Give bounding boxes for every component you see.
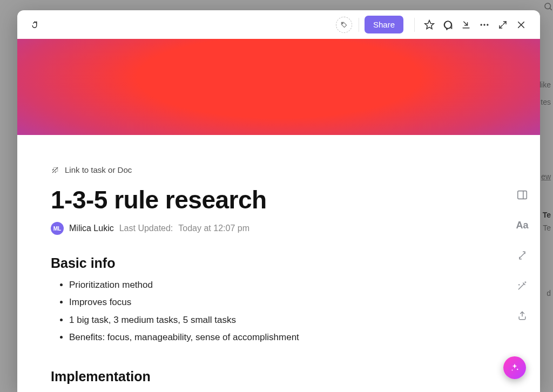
list-item[interactable]: Benefits: focus, manageability, sense of… [69,329,459,346]
svg-point-13 [512,370,513,371]
bg-frag: ew [541,172,551,181]
bg-frag: d [547,289,551,298]
svg-line-1 [550,8,551,10]
toolbar-divider [359,18,359,32]
svg-point-7 [487,24,488,25]
more-icon[interactable] [475,16,494,34]
svg-marker-3 [425,20,434,29]
link-to-task-button[interactable]: Link to task or Doc [51,165,459,174]
updated-value: Today at 12:07 pm [178,224,249,233]
search-icon[interactable] [543,2,553,11]
doc-toolbar: Share [17,10,540,39]
star-icon[interactable] [420,16,439,34]
export-icon[interactable] [514,308,530,324]
magic-wand-icon[interactable] [514,278,530,294]
bg-frag: Te [543,224,551,232]
toolbar-divider [414,18,415,32]
bg-frag: like [539,80,551,89]
svg-point-0 [545,3,551,9]
doc-body: Link to task or Doc 1-3-5 rule research … [17,135,540,392]
basic-info-list[interactable]: Prioritization method Improves focus 1 b… [51,276,459,346]
close-icon[interactable] [512,16,530,34]
author-avatar[interactable]: ML [51,222,64,235]
doc-modal: Share Link to task or Doc [17,10,540,392]
link-arrow-icon [51,166,59,174]
section-heading-implementation[interactable]: Implementation [51,369,459,384]
typography-icon[interactable]: Aa [514,217,530,233]
svg-point-5 [481,24,482,25]
list-item[interactable]: 1 big task, 3 medium tasks, 5 small task… [69,312,459,329]
ai-fab-button[interactable] [503,356,526,379]
ai-arrows-icon[interactable] [514,247,530,263]
bg-frag: Te [543,211,551,219]
svg-point-4 [444,21,451,28]
back-icon[interactable] [27,16,45,34]
list-item[interactable]: Improves focus [69,294,459,311]
list-item[interactable]: Prioritization method [69,276,459,294]
link-to-task-label: Link to task or Doc [65,165,132,174]
layout-icon[interactable] [514,187,530,203]
doc-byline: ML Milica Lukic Last Updated: Today at 1… [51,222,459,235]
share-button[interactable]: Share [365,16,403,33]
comment-icon[interactable] [439,16,457,34]
svg-point-12 [517,369,518,370]
bg-frag: tes [541,98,551,106]
doc-title[interactable]: 1-3-5 rule research [51,185,459,214]
download-icon[interactable] [457,16,475,34]
expand-icon[interactable] [494,16,512,34]
svg-rect-10 [518,191,527,199]
svg-point-2 [342,23,343,24]
cover-image[interactable] [17,39,540,135]
updated-label: Last Updated: [119,224,173,233]
svg-point-6 [483,24,485,25]
doc-side-tools: Aa [514,187,530,324]
tag-icon[interactable] [335,16,353,34]
author-name[interactable]: Milica Lukic [69,224,114,233]
section-heading-basic-info[interactable]: Basic info [51,255,459,271]
